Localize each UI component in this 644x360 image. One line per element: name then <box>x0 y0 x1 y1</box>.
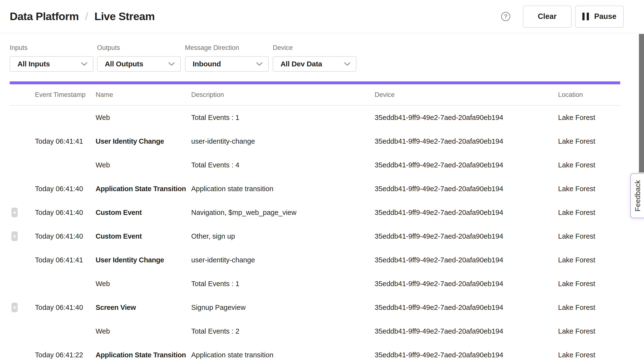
chevron-down-icon <box>168 62 175 66</box>
filter-inputs: Inputs All Inputs <box>10 44 94 72</box>
table-row[interactable]: + Today 06:41:40 Screen View Signup Page… <box>0 296 644 319</box>
filter-bar: Inputs All Inputs Outputs All Outputs Me… <box>0 33 644 72</box>
event-location: Lake Forest <box>558 137 644 145</box>
table-row[interactable]: + Web Total Events : 1 35eddb41-9ff9-49e… <box>0 272 644 296</box>
breadcrumb: Data Platform / Live Stream <box>10 10 155 23</box>
chevron-down-icon <box>344 62 351 66</box>
event-location: Lake Forest <box>558 351 644 359</box>
event-description: Total Events : 1 <box>191 280 375 288</box>
table-header-row: Event Timestamp Name Description Device … <box>10 84 620 106</box>
pause-button-label: Pause <box>594 12 616 21</box>
event-device-id: 35eddb41-9ff9-49e2-7aed-20afa90eb194 <box>375 161 558 169</box>
event-name: Custom Event <box>96 232 191 240</box>
outputs-dropdown-value: All Outputs <box>105 60 143 68</box>
event-timestamp: Today 06:41:22 <box>35 351 96 359</box>
filter-message-direction: Message Direction Inbound <box>185 44 268 72</box>
event-name: Web <box>96 114 191 122</box>
event-name: Custom Event <box>96 209 191 217</box>
event-device-id: 35eddb41-9ff9-49e2-7aed-20afa90eb194 <box>375 351 558 359</box>
inputs-dropdown[interactable]: All Inputs <box>10 56 94 72</box>
event-device-id: 35eddb41-9ff9-49e2-7aed-20afa90eb194 <box>375 256 558 264</box>
event-description: Total Events : 2 <box>191 327 375 335</box>
feedback-tab-label: Feedback <box>634 180 642 211</box>
event-timestamp: Today 06:41:40 <box>35 209 96 217</box>
event-description: Signup Pageview <box>191 304 375 312</box>
column-header-device: Device <box>375 91 558 99</box>
message-direction-dropdown-value: Inbound <box>193 60 221 68</box>
event-location: Lake Forest <box>558 327 644 335</box>
event-description: Navigation, $mp_web_page_view <box>191 209 375 217</box>
pause-button[interactable]: Pause <box>575 5 624 28</box>
table-row[interactable]: + Web Total Events : 1 35eddb41-9ff9-49e… <box>0 106 644 129</box>
clear-button[interactable]: Clear <box>523 5 572 28</box>
filter-device: Device All Dev Data <box>273 44 356 72</box>
device-dropdown[interactable]: All Dev Data <box>273 56 356 72</box>
table-row[interactable]: + Today 06:41:40 Custom Event Navigation… <box>0 200 644 224</box>
event-description: Total Events : 4 <box>191 161 375 169</box>
feedback-tab[interactable]: Feedback <box>630 173 644 218</box>
table-row[interactable]: + Web Total Events : 2 35eddb41-9ff9-49e… <box>0 319 644 343</box>
column-header-name: Name <box>96 91 191 99</box>
event-name: Screen View <box>96 304 191 312</box>
vertical-scrollbar-thumb[interactable] <box>639 34 644 173</box>
event-description: Other, sign up <box>191 232 375 240</box>
event-device-id: 35eddb41-9ff9-49e2-7aed-20afa90eb194 <box>375 304 558 312</box>
event-location: Lake Forest <box>558 304 644 312</box>
event-timestamp: Today 06:41:40 <box>35 232 96 240</box>
table-row[interactable]: + Today 06:41:40 Custom Event Other, sig… <box>0 224 644 248</box>
event-description: Application state transition <box>191 351 375 359</box>
event-name: Web <box>96 327 191 335</box>
event-device-id: 35eddb41-9ff9-49e2-7aed-20afa90eb194 <box>375 232 558 240</box>
filter-inputs-label: Inputs <box>10 44 94 52</box>
breadcrumb-separator: / <box>85 10 88 22</box>
event-timestamp: Today 06:41:40 <box>35 185 96 193</box>
event-description: user-identity-change <box>191 256 375 264</box>
live-stream-accent-bar <box>10 81 620 84</box>
header-actions: ? Clear Pause <box>501 5 624 28</box>
table-row[interactable]: + Today 06:41:41 User Identity Change us… <box>0 129 644 153</box>
event-device-id: 35eddb41-9ff9-49e2-7aed-20afa90eb194 <box>375 209 558 217</box>
event-location: Lake Forest <box>558 232 644 240</box>
filter-outputs: Outputs All Outputs <box>97 44 181 72</box>
event-location: Lake Forest <box>558 280 644 288</box>
event-name: Application State Transition <box>96 185 191 193</box>
outputs-dropdown[interactable]: All Outputs <box>97 56 181 72</box>
table-row[interactable]: + Today 06:41:40 Application State Trans… <box>0 177 644 200</box>
event-name: Application State Transition <box>96 351 191 359</box>
expand-plus-icon[interactable]: + <box>12 208 18 217</box>
filter-message-direction-label: Message Direction <box>185 44 268 52</box>
table-row[interactable]: + Today 06:41:22 Application State Trans… <box>0 343 644 360</box>
event-location: Lake Forest <box>558 161 644 169</box>
event-description: Application state transition <box>191 185 375 193</box>
event-device-id: 35eddb41-9ff9-49e2-7aed-20afa90eb194 <box>375 137 558 145</box>
table-row[interactable]: + Today 06:41:41 User Identity Change us… <box>0 248 644 272</box>
expand-plus-icon[interactable]: + <box>12 231 18 241</box>
app-header: Data Platform / Live Stream ? Clear Paus… <box>0 0 644 33</box>
pause-icon <box>582 12 589 20</box>
table-row[interactable]: + Web Total Events : 4 35eddb41-9ff9-49e… <box>0 153 644 177</box>
expand-plus-icon[interactable]: + <box>12 303 18 312</box>
event-device-id: 35eddb41-9ff9-49e2-7aed-20afa90eb194 <box>375 327 558 335</box>
event-device-id: 35eddb41-9ff9-49e2-7aed-20afa90eb194 <box>375 280 558 288</box>
column-header-description: Description <box>191 91 375 99</box>
event-timestamp: Today 06:41:40 <box>35 304 96 312</box>
event-name: User Identity Change <box>96 256 191 264</box>
clear-button-label: Clear <box>538 12 557 21</box>
breadcrumb-data-platform[interactable]: Data Platform <box>10 10 79 23</box>
event-table-body: + Web Total Events : 1 35eddb41-9ff9-49e… <box>0 106 644 360</box>
message-direction-dropdown[interactable]: Inbound <box>185 56 268 72</box>
event-description: Total Events : 1 <box>191 114 375 122</box>
help-icon[interactable]: ? <box>501 12 510 21</box>
event-location: Lake Forest <box>558 256 644 264</box>
filter-outputs-label: Outputs <box>97 44 181 52</box>
event-timestamp: Today 06:41:41 <box>35 137 96 145</box>
column-header-event-timestamp: Event Timestamp <box>35 91 96 99</box>
event-name: User Identity Change <box>96 137 191 145</box>
inputs-dropdown-value: All Inputs <box>18 60 50 68</box>
device-dropdown-value: All Dev Data <box>280 60 322 68</box>
filter-device-label: Device <box>273 44 356 52</box>
event-timestamp: Today 06:41:41 <box>35 256 96 264</box>
event-device-id: 35eddb41-9ff9-49e2-7aed-20afa90eb194 <box>375 114 558 122</box>
chevron-down-icon <box>81 62 88 66</box>
chevron-down-icon <box>256 62 263 66</box>
